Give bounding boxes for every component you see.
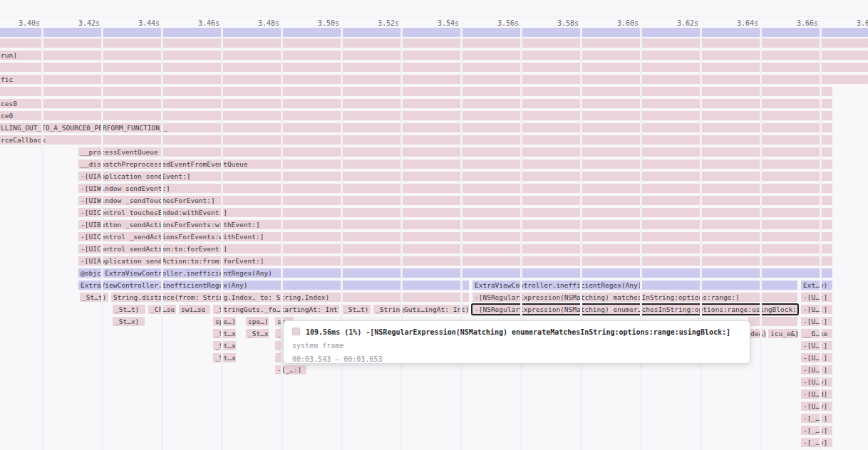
- flame-box[interactable]: __processEventQueue: [78, 147, 832, 157]
- flame-box[interactable]: run]: [0, 51, 868, 60]
- color-swatch-icon: [292, 328, 300, 335]
- tooltip-title: 109.56ms (1%) -[NSRegularExpression(NSMa…: [306, 328, 730, 336]
- gridline: [580, 27, 582, 450]
- flame-box[interactable]: -[_…:]: [801, 414, 832, 423]
- time-axis-label: 3.62s: [677, 19, 698, 28]
- flame-box[interactable]: ExtraViewController.inefficientRegex(Any…: [78, 281, 469, 290]
- flame-box[interactable]: rceCallback: [0, 135, 832, 145]
- flame-box[interactable]: -[U…v]: [801, 377, 832, 387]
- time-axis-label: 3.40s: [19, 19, 40, 28]
- flame-box[interactable]: _St…x): [213, 341, 236, 350]
- flame-box[interactable]: __6…ke: [801, 329, 832, 338]
- flame-box[interactable]: icu_e&): [768, 329, 798, 338]
- gridline: [460, 27, 463, 450]
- flame-box[interactable]: _St…x): [213, 353, 236, 362]
- flame-box[interactable]: String.distance(from: String.Index, to: …: [111, 293, 469, 302]
- time-axis-label: 3.46s: [198, 19, 219, 28]
- header-divider: [0, 16, 868, 16]
- flame-box[interactable]: -[U…:]: [801, 317, 832, 326]
- flame-box[interactable]: [0, 28, 868, 37]
- flame-box[interactable]: _StringGuts._fo…tartingAt: Int): [213, 305, 339, 314]
- gridline: [700, 27, 702, 450]
- tooltip-time-range: 00:03.543 — 00:03.653: [292, 352, 741, 366]
- flame-box[interactable]: __dispatchPreprocessedEventFromEventQueu…: [78, 159, 832, 169]
- time-axis-label: 3.64s: [737, 19, 758, 28]
- flame-box[interactable]: LLING_OUT_TO_A_SOURCE0_PERFORM_FUNCTION_…: [0, 123, 832, 132]
- flame-box[interactable]: _St…x): [213, 329, 236, 338]
- time-axis-label: 3.50s: [318, 19, 339, 28]
- time-axis-label: 3.68s: [857, 19, 868, 28]
- flame-box[interactable]: -[_…:]: [275, 365, 306, 375]
- flame-box[interactable]: de&): [748, 329, 766, 338]
- gridline: [520, 27, 522, 450]
- flame-box[interactable]: -[UIWindow _sendTouchesForEvent:]: [78, 196, 832, 205]
- flame-box[interactable]: -[U…:]: [801, 293, 832, 302]
- flame-box[interactable]: [0, 87, 832, 96]
- flame-box[interactable]: -[U…:]: [801, 365, 832, 375]
- gridline: [41, 27, 43, 450]
- time-axis-label: 3.44s: [138, 19, 160, 28]
- flame-box[interactable]: -[_…s]: [801, 426, 832, 435]
- time-axis-label: 3.60s: [617, 19, 639, 28]
- flame-box[interactable]: -[U…:]: [801, 341, 832, 350]
- flame-box[interactable]: _St…x): [113, 317, 145, 326]
- time-axis-label: 3.54s: [438, 19, 459, 28]
- flame-box[interactable]: swi…se: [179, 305, 210, 314]
- tooltip-title-line: 109.56ms (1%) -[NSRegularExpression(NSMa…: [292, 325, 741, 339]
- flame-box[interactable]: ces0: [0, 99, 832, 108]
- flame-box[interactable]: -[U…v]: [801, 402, 832, 411]
- flame-box[interactable]: -[U…d]: [801, 389, 832, 399]
- time-axis-label: 3.56s: [497, 19, 519, 28]
- time-axis-label: 3.58s: [557, 19, 579, 28]
- flame-box[interactable]: [748, 317, 797, 326]
- flame-box[interactable]: _St…t): [342, 305, 371, 314]
- flame-box[interactable]: -[UIControl touchesEnded:withEvent:]: [78, 208, 832, 217]
- flame-box[interactable]: -[_…v]: [801, 438, 832, 447]
- flame-box[interactable]: fic: [0, 75, 868, 84]
- instruments-flame-graph: { "axis": { "first_x": 59, "spacing": 84…: [0, 0, 868, 450]
- gridline: [341, 27, 343, 450]
- gridline: [101, 27, 103, 450]
- flame-box[interactable]: ce0: [0, 111, 832, 120]
- gridline: [820, 27, 822, 450]
- time-axis-label: 3.48s: [258, 19, 279, 28]
- time-axis-label: 3.52s: [378, 19, 399, 28]
- flame-box[interactable]: [0, 38, 868, 48]
- flame-box[interactable]: spe…)): [213, 317, 236, 326]
- flame-box[interactable]: spe…)): [246, 317, 269, 326]
- flame-box[interactable]: _St…t): [113, 305, 145, 314]
- flame-box[interactable]: _St…x): [246, 329, 269, 338]
- flame-box[interactable]: _St…t): [80, 293, 108, 302]
- flame-box[interactable]: -[UIControl sendAction:to:forEvent:]: [78, 244, 832, 253]
- gridline: [221, 27, 223, 450]
- gridline: [401, 27, 403, 450]
- flame-box[interactable]: -[U…:]: [801, 353, 832, 362]
- flame-box[interactable]: -[UIApplication sendAction:to:from:forEv…: [78, 256, 832, 266]
- flame-box[interactable]: -[UIApplication sendEvent:]: [78, 172, 832, 181]
- flame-box[interactable]: Ext…y): [801, 281, 832, 290]
- time-axis-label: 3.66s: [797, 19, 818, 28]
- flame-box[interactable]: -[UIWindow sendEvent:]: [78, 184, 832, 193]
- tooltip-subtitle: system frame: [292, 339, 741, 352]
- time-axis-label: 3.42s: [78, 19, 100, 28]
- flame-box[interactable]: _StringGuts…ingAt: Int): [373, 305, 469, 314]
- gridline: [281, 27, 283, 450]
- gridline: [161, 27, 163, 450]
- tooltip: 109.56ms (1%) -[NSRegularExpression(NSMa…: [283, 320, 750, 364]
- flame-box[interactable]: @objc ExtraViewController.inefficientReg…: [78, 268, 832, 278]
- flame-box[interactable]: -[U…:]: [801, 305, 832, 314]
- flame-box[interactable]: [0, 63, 868, 72]
- flame-box[interactable]: -[UIButton _sendActionsForEvents:withEve…: [78, 220, 832, 229]
- flame-box[interactable]: -[UIControl _sendActionsForEvents:withEv…: [78, 232, 832, 241]
- gridline: [640, 27, 642, 450]
- gridline: [760, 27, 762, 450]
